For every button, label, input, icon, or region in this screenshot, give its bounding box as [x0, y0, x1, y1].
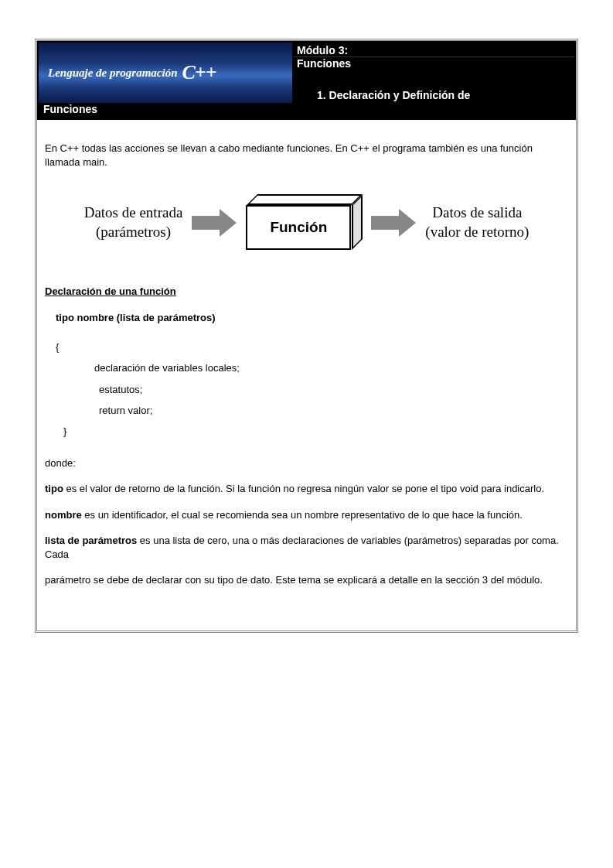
section-title: Funciones [39, 103, 574, 118]
diagram-output-label: Datos de salida (valor de retorno) [425, 203, 529, 241]
def-tipo: tipo es el valor de retorno de la funció… [45, 482, 568, 496]
syntax-signature: tipo nombre (lista de parámetros) [56, 311, 568, 325]
arrow-icon [192, 209, 237, 237]
content-area: En C++ todas las acciones se llevan a ca… [37, 120, 576, 630]
intro-paragraph: En C++ todas las acciones se llevan a ca… [45, 142, 568, 169]
banner-cpp: C++ [182, 61, 216, 84]
header-block: Lenguaje de programación C++ Módulo 3: F… [37, 41, 576, 120]
function-box: Función [246, 195, 362, 251]
code-line: estatutos; [99, 379, 568, 400]
document-frame: Lenguaje de programación C++ Módulo 3: F… [35, 39, 578, 633]
code-close-brace: } [63, 421, 568, 442]
code-open-brace: { [56, 337, 568, 357]
def-lista: lista de parámetros es una lista de cero… [45, 534, 568, 561]
def-lista-cont: parámetro se debe de declarar con su tip… [45, 573, 568, 587]
module-title: Funciones [294, 57, 574, 73]
function-diagram: Datos de entrada (parámetros) Función Da… [45, 195, 568, 251]
def-nombre: nombre es un identificador, el cual se r… [45, 508, 568, 522]
section-number: 1. Declaración y Definición de [294, 86, 574, 103]
arrow-icon [371, 209, 416, 237]
diagram-input-label: Datos de entrada (parámetros) [84, 203, 183, 241]
code-line: return valor; [99, 400, 568, 421]
code-block: { declaración de variables locales; esta… [56, 337, 568, 442]
code-line: declaración de variables locales; [94, 357, 568, 378]
where-label: donde: [45, 456, 568, 470]
banner-text: Lenguaje de programación [48, 67, 178, 80]
declaration-heading: Declaración de una función [45, 285, 568, 299]
function-box-label: Función [270, 217, 327, 238]
course-banner: Lenguaje de programación C++ [39, 43, 294, 103]
module-label: Módulo 3: [294, 43, 574, 57]
